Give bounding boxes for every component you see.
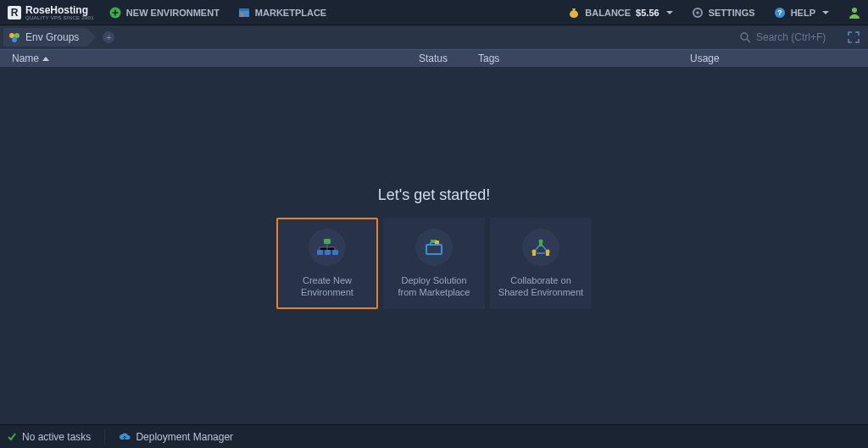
card-collaborate[interactable]: Collaborate on Shared Environment xyxy=(490,218,592,309)
column-status[interactable]: Status xyxy=(414,53,473,64)
marketplace-button[interactable]: MARKETPLACE xyxy=(235,3,330,23)
sort-asc-icon xyxy=(42,57,49,61)
top-bar: R RoseHosting QUALITY VPS SINCE 2001 NEW… xyxy=(0,0,868,25)
table-header: Name Status Tags Usage xyxy=(0,49,868,68)
new-environment-button[interactable]: NEW ENVIRONMENT xyxy=(106,3,223,23)
deployment-manager-button[interactable]: Deployment Manager xyxy=(119,431,233,443)
balance-amount: $5.56 xyxy=(636,8,659,18)
column-usage-label: Usage xyxy=(690,53,720,64)
get-started-panel: Let's get started! Create New Environmen… xyxy=(0,186,868,309)
card-label-line: Create New xyxy=(303,275,352,285)
column-status-label: Status xyxy=(419,53,448,64)
search-input[interactable] xyxy=(756,31,841,43)
env-groups-breadcrumb[interactable]: Env Groups xyxy=(3,28,87,47)
svg-rect-4 xyxy=(239,8,249,11)
settings-button[interactable]: SETTINGS xyxy=(688,3,759,23)
svg-rect-28 xyxy=(546,253,549,256)
column-name-label: Name xyxy=(12,53,39,64)
help-icon: ? xyxy=(774,7,786,19)
moneybag-icon xyxy=(568,7,580,19)
svg-point-13 xyxy=(12,37,17,42)
card-label-line: from Marketplace xyxy=(398,287,470,297)
svg-line-15 xyxy=(747,39,750,42)
cloud-upload-icon xyxy=(119,432,131,442)
svg-rect-24 xyxy=(539,243,542,246)
divider xyxy=(104,429,105,445)
column-name[interactable]: Name xyxy=(7,53,414,64)
card-create-environment[interactable]: Create New Environment xyxy=(276,218,378,309)
user-menu-button[interactable] xyxy=(844,2,861,24)
plus-icon: + xyxy=(106,32,111,42)
env-groups-bar: Env Groups + xyxy=(0,25,868,49)
svg-rect-16 xyxy=(324,239,331,244)
marketplace-basket-icon xyxy=(415,229,453,266)
marketplace-icon xyxy=(238,7,250,19)
help-label: HELP xyxy=(791,8,815,18)
svg-point-10 xyxy=(852,8,857,13)
svg-rect-17 xyxy=(317,250,323,255)
card-deploy-marketplace[interactable]: Deploy Solution from Marketplace xyxy=(383,218,485,309)
card-label-line: Collaborate on xyxy=(510,275,571,285)
svg-text:?: ? xyxy=(777,8,782,17)
help-button[interactable]: ? HELP xyxy=(771,3,832,23)
svg-rect-22 xyxy=(435,241,439,244)
main-area: Let's get started! Create New Environmen… xyxy=(0,68,868,424)
svg-rect-19 xyxy=(332,250,338,255)
env-groups-icon xyxy=(8,31,20,43)
deployment-manager-label: Deployment Manager xyxy=(136,431,233,443)
svg-point-11 xyxy=(9,33,14,38)
rose-logo-icon: R xyxy=(7,5,22,20)
brand-logo[interactable]: R RoseHosting QUALITY VPS SINCE 2001 xyxy=(7,5,94,20)
fullscreen-button[interactable] xyxy=(846,30,861,45)
check-icon xyxy=(7,432,17,442)
brand-tagline: QUALITY VPS SINCE 2001 xyxy=(25,15,94,20)
collaborate-icon xyxy=(522,229,559,266)
svg-point-12 xyxy=(14,33,19,38)
column-tags[interactable]: Tags xyxy=(473,53,685,64)
svg-rect-20 xyxy=(426,245,442,254)
svg-point-27 xyxy=(546,249,550,253)
svg-rect-18 xyxy=(325,250,331,255)
new-environment-label: NEW ENVIRONMENT xyxy=(126,8,220,18)
user-icon xyxy=(848,6,861,19)
plus-circle-icon xyxy=(109,7,121,19)
brand-name: RoseHosting xyxy=(25,5,94,15)
fullscreen-icon xyxy=(848,31,860,43)
gear-icon xyxy=(692,7,704,19)
get-started-title: Let's get started! xyxy=(0,186,868,204)
settings-label: SETTINGS xyxy=(709,8,755,18)
svg-rect-5 xyxy=(241,13,243,17)
svg-rect-21 xyxy=(431,240,435,243)
svg-text:R: R xyxy=(11,7,19,19)
create-env-icon xyxy=(309,229,346,266)
bottom-bar: No active tasks Deployment Manager xyxy=(0,424,868,448)
env-groups-label: Env Groups xyxy=(25,31,79,43)
svg-rect-3 xyxy=(239,10,249,17)
svg-point-14 xyxy=(741,33,748,40)
tasks-status-label: No active tasks xyxy=(22,431,91,443)
card-label-line: Environment xyxy=(301,287,353,297)
search-icon xyxy=(739,31,751,43)
card-label-line: Deploy Solution xyxy=(401,275,466,285)
balance-label: BALANCE xyxy=(585,8,631,18)
card-label-line: Shared Environment xyxy=(498,287,583,297)
tasks-status[interactable]: No active tasks xyxy=(7,431,91,443)
svg-point-23 xyxy=(539,239,543,243)
balance-button[interactable]: BALANCE $5.56 xyxy=(565,3,676,23)
chevron-down-icon xyxy=(822,11,829,14)
chevron-down-icon xyxy=(666,11,673,14)
column-tags-label: Tags xyxy=(478,53,499,64)
svg-point-7 xyxy=(696,11,699,14)
marketplace-label: MARKETPLACE xyxy=(255,8,326,18)
add-env-group-button[interactable]: + xyxy=(103,31,114,43)
svg-point-25 xyxy=(532,249,537,253)
column-usage[interactable]: Usage xyxy=(685,53,753,64)
svg-rect-26 xyxy=(532,253,536,256)
